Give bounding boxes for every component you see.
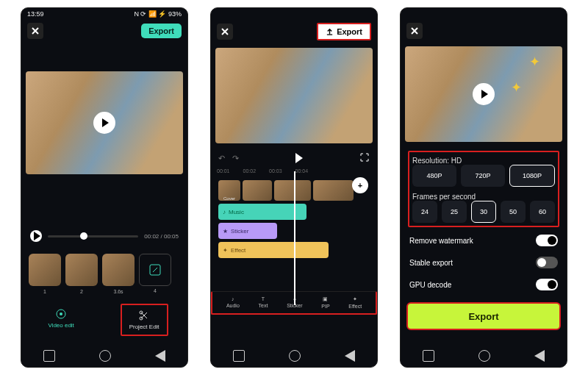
- scissors-icon: [138, 310, 150, 321]
- timeline[interactable]: + Cover ♪ Music ★ Sticker ✦ Effect: [211, 177, 377, 261]
- bottom-actions: Video edit Project Edit: [21, 304, 187, 336]
- effect-icon: ✦: [353, 296, 357, 302]
- phone-screen-3: ✦ ✦ Resolution: HD 480P 720P 1080P Frame…: [400, 7, 567, 368]
- tool-text[interactable]: TText: [259, 296, 268, 309]
- time-label: 00:02 / 00:05: [144, 233, 179, 240]
- video-preview[interactable]: ✦ ✦: [405, 46, 562, 142]
- nav-recent-icon[interactable]: [233, 350, 245, 362]
- status-bar: [401, 8, 567, 20]
- playhead[interactable]: [294, 171, 295, 305]
- close-button[interactable]: [406, 23, 423, 39]
- fps-25[interactable]: 25: [442, 201, 467, 223]
- redo-icon[interactable]: ↷: [232, 154, 239, 163]
- video-preview[interactable]: [215, 48, 373, 143]
- nav-back-icon[interactable]: [345, 350, 355, 362]
- progress-bar: 00:02 / 00:05: [21, 230, 187, 242]
- fullscreen-icon[interactable]: [359, 152, 370, 164]
- pip-icon: ▣: [323, 296, 328, 302]
- toggle-gpu: GPU decode: [408, 276, 559, 293]
- clip-thumb[interactable]: 3.6s: [102, 254, 135, 286]
- seek-thumb[interactable]: [80, 232, 87, 240]
- tool-audio[interactable]: ♪Audio: [226, 296, 240, 309]
- status-time: 13:59: [27, 10, 44, 18]
- sticker-track[interactable]: ★ Sticker: [218, 223, 277, 239]
- stable-switch[interactable]: [536, 257, 558, 268]
- upload-icon: [326, 28, 334, 36]
- status-right: N ⟳ 📶 ⚡ 93%: [134, 10, 182, 18]
- seek-track[interactable]: [48, 235, 138, 238]
- play-icon[interactable]: [295, 153, 303, 163]
- music-track[interactable]: ♪ Music: [218, 204, 306, 220]
- clip-thumb[interactable]: 1: [29, 254, 61, 286]
- res-1080p[interactable]: 1080P: [509, 165, 555, 187]
- video-preview[interactable]: [26, 71, 183, 174]
- toggle-watermark: Remove watermark: [408, 232, 559, 249]
- topbar: Export: [21, 20, 187, 42]
- nav-home-icon[interactable]: [99, 350, 111, 362]
- undo-icon[interactable]: ↶: [218, 154, 225, 163]
- tool-pip[interactable]: ▣PIP: [321, 296, 329, 309]
- status-bar: 13:59 N ⟳ 📶 ⚡ 93%: [21, 8, 187, 20]
- phone-screen-1: 13:59 N ⟳ 📶 ⚡ 93% Export 00:02 / 00:05 1…: [21, 7, 188, 368]
- export-button[interactable]: Export: [141, 24, 182, 38]
- stable-label: Stable export: [409, 259, 453, 267]
- fps-60[interactable]: 60: [530, 201, 555, 223]
- video-edit-button[interactable]: Video edit: [40, 304, 81, 336]
- resolution-title: Resolution: HD: [412, 157, 555, 165]
- add-clip-button[interactable]: +: [352, 177, 368, 193]
- play-small-icon[interactable]: [30, 230, 42, 242]
- clip-thumb[interactable]: 2: [65, 254, 98, 286]
- tool-effect[interactable]: ✦Effect: [348, 296, 362, 309]
- close-button[interactable]: [217, 24, 233, 40]
- phone-screen-2: Export ↶ ↷ 00:0100:0200:0300:04 + Cover …: [210, 7, 378, 368]
- svg-point-2: [60, 312, 62, 315]
- sparkle-icon: ✦: [529, 54, 540, 70]
- status-bar: [211, 8, 377, 20]
- export-button[interactable]: Export: [317, 23, 371, 40]
- video-edit-label: Video edit: [48, 322, 74, 329]
- clip-strip: 1 2 3.6s 4: [21, 249, 187, 290]
- android-nav: [401, 345, 567, 367]
- fps-30[interactable]: 30: [471, 201, 496, 223]
- gpu-label: GPU decode: [409, 281, 451, 289]
- nav-back-icon[interactable]: [155, 350, 165, 362]
- android-nav: [211, 345, 377, 367]
- play-icon[interactable]: [473, 83, 495, 105]
- timeline-clip[interactable]: [243, 180, 272, 201]
- text-icon: T: [262, 296, 265, 301]
- watermark-switch[interactable]: [536, 235, 558, 246]
- timeline-clip[interactable]: [313, 180, 354, 201]
- timeline-clip[interactable]: [274, 180, 311, 201]
- sparkle-icon: ✦: [511, 79, 522, 96]
- nav-home-icon[interactable]: [289, 350, 301, 362]
- gpu-switch[interactable]: [536, 279, 558, 290]
- fps-50[interactable]: 50: [501, 201, 526, 223]
- nav-home-icon[interactable]: [478, 350, 490, 362]
- clip-edit-thumb[interactable]: 4: [139, 254, 171, 286]
- resolution-options: 480P 720P 1080P: [412, 165, 555, 187]
- project-edit-label: Project Edit: [129, 324, 159, 330]
- android-nav: [21, 345, 187, 367]
- audio-icon: ♪: [232, 296, 234, 301]
- playback-controls: ↶ ↷: [211, 148, 377, 168]
- topbar: Export: [211, 20, 377, 43]
- play-icon[interactable]: [93, 112, 115, 134]
- fps-title: Frames per second: [412, 193, 555, 201]
- fps-24[interactable]: 24: [412, 201, 437, 223]
- export-button-large[interactable]: Export: [406, 302, 561, 330]
- effect-track[interactable]: ✦ Effect: [218, 242, 329, 258]
- nav-recent-icon[interactable]: [423, 350, 434, 362]
- project-edit-button[interactable]: Project Edit: [121, 304, 168, 336]
- cover-clip[interactable]: Cover: [218, 180, 240, 201]
- fps-options: 24 25 30 50 60: [412, 201, 555, 223]
- toggle-stable: Stable export: [408, 254, 559, 271]
- nav-recent-icon[interactable]: [43, 350, 55, 362]
- topbar: [401, 20, 567, 42]
- nav-back-icon[interactable]: [534, 350, 545, 362]
- close-button[interactable]: [27, 23, 43, 39]
- res-720p[interactable]: 720P: [461, 165, 505, 187]
- res-480p[interactable]: 480P: [412, 165, 456, 187]
- watermark-label: Remove watermark: [409, 237, 473, 245]
